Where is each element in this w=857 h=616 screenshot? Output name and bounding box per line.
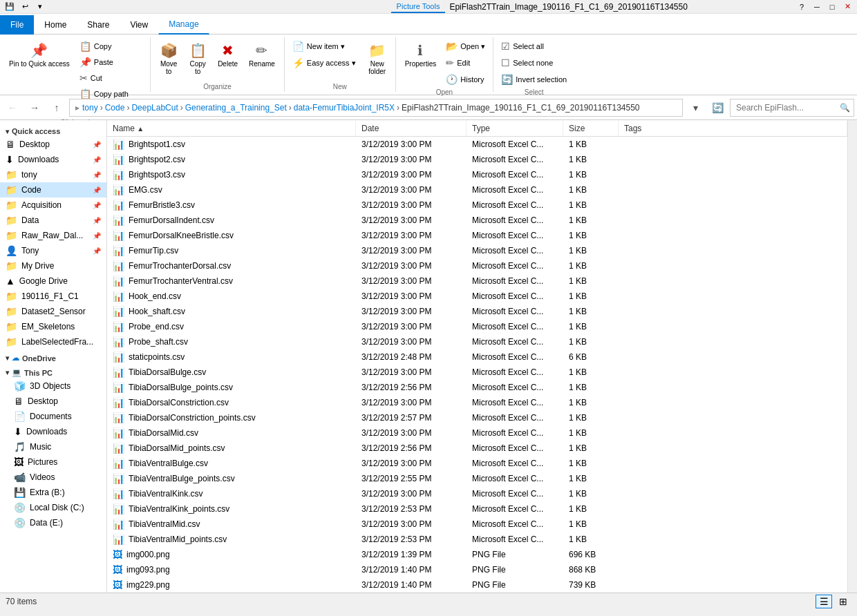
back-btn[interactable]: ← — [3, 98, 22, 117]
open-btn[interactable]: 📂 Open ▾ — [442, 39, 489, 54]
col-header-date[interactable]: Date — [356, 121, 467, 136]
col-header-tags[interactable]: Tags — [619, 121, 847, 136]
tab-share[interactable]: Share — [77, 15, 120, 35]
path-code[interactable]: Code — [105, 103, 125, 113]
search-input[interactable] — [730, 99, 854, 117]
table-row[interactable]: 📊 TibiaVentralKink_points.csv 3/12/2019 … — [107, 501, 847, 517]
sidebar-item-code[interactable]: 📁 Code 📌 — [0, 182, 106, 198]
maximize-btn[interactable]: □ — [825, 1, 839, 13]
sidebar-item-tony2[interactable]: 👤 Tony 📌 — [0, 243, 106, 258]
invert-selection-btn[interactable]: 🔄 Invert selection — [498, 72, 570, 87]
details-view-btn[interactable]: ☰ — [816, 595, 832, 608]
path-generating[interactable]: Generating_a_Training_Set — [185, 103, 287, 113]
qa-save-btn[interactable]: 💾 — [3, 1, 17, 13]
table-row[interactable]: 📊 Brightspot1.csv 3/12/2019 3:00 PM Micr… — [107, 137, 847, 152]
sidebar-item-downloads[interactable]: ⬇ Downloads — [0, 424, 106, 439]
close-btn[interactable]: ✕ — [840, 1, 854, 13]
table-row[interactable]: 🖼 img093.png 3/12/2019 1:40 PM PNG File … — [107, 562, 847, 577]
table-row[interactable]: 📊 TibiaDorsalMid_points.csv 3/12/2019 2:… — [107, 441, 847, 456]
path-tony[interactable]: tony — [82, 103, 98, 113]
sidebar-item-dataset2[interactable]: 📁 Dataset2_Sensor — [0, 304, 106, 319]
path-data[interactable]: data-FemurTibiaJoint_IR5X — [294, 103, 395, 113]
table-row[interactable]: 📊 TibiaDorsalBulge.csv 3/12/2019 3:00 PM… — [107, 365, 847, 380]
table-row[interactable]: 📊 TibiaVentralKink.csv 3/12/2019 3:00 PM… — [107, 486, 847, 501]
sidebar-item-acquisition[interactable]: 📁 Acquisition 📌 — [0, 198, 106, 213]
help-btn[interactable]: ? — [795, 1, 809, 13]
edit-btn[interactable]: ✏ Edit — [442, 55, 489, 70]
table-row[interactable]: 📊 EMG.csv 3/12/2019 3:00 PM Microsoft Ex… — [107, 182, 847, 198]
table-row[interactable]: 📊 FemurDorsalIndent.csv 3/12/2019 3:00 P… — [107, 213, 847, 228]
table-row[interactable]: 📊 FemurDorsalKneeBristle.csv 3/12/2019 3… — [107, 228, 847, 243]
new-item-btn[interactable]: 📄 New item ▾ — [289, 39, 359, 54]
new-folder-btn[interactable]: 📁 Newfolder — [364, 39, 391, 79]
table-row[interactable]: 📊 FemurTip.csv 3/12/2019 3:00 PM Microso… — [107, 243, 847, 258]
table-row[interactable]: 📊 Hook_end.csv 3/12/2019 3:00 PM Microso… — [107, 289, 847, 304]
table-row[interactable]: 📊 Probe_shaft.csv 3/12/2019 3:00 PM Micr… — [107, 334, 847, 349]
table-row[interactable]: 📊 TibiaVentralMid_points.csv 3/12/2019 2… — [107, 532, 847, 547]
table-row[interactable]: 📊 Hook_shaft.csv 3/12/2019 3:00 PM Micro… — [107, 304, 847, 319]
path-deeplabcut[interactable]: DeepLabCut — [131, 103, 178, 113]
minimize-btn[interactable]: ─ — [810, 1, 824, 13]
table-row[interactable]: 📊 FemurBristle3.csv 3/12/2019 3:00 PM Mi… — [107, 198, 847, 213]
rename-btn[interactable]: ✏ Rename — [244, 39, 280, 71]
table-row[interactable]: 📊 TibiaDorsalMid.csv 3/12/2019 3:00 PM M… — [107, 425, 847, 441]
sidebar-item-localc[interactable]: 💿 Local Disk (C:) — [0, 500, 106, 515]
thispc-header[interactable]: ▾ 💻 This PC — [0, 364, 106, 378]
delete-btn[interactable]: ✖ Delete — [213, 39, 243, 71]
sidebar-item-190116[interactable]: 📁 190116_F1_C1 — [0, 289, 106, 304]
sidebar-item-documents[interactable]: 📄 Documents — [0, 409, 106, 424]
tab-manage[interactable]: Manage — [158, 15, 209, 35]
sidebar-item-googledrive[interactable]: ▲ Google Drive — [0, 273, 106, 289]
table-row[interactable]: 📊 Probe_end.csv 3/12/2019 3:00 PM Micros… — [107, 319, 847, 334]
qa-dropdown-btn[interactable]: ▾ — [33, 1, 47, 13]
sidebar-item-labelselected[interactable]: 📁 LabelSelectedFra... — [0, 334, 106, 349]
up-btn[interactable]: ↑ — [47, 98, 66, 117]
sidebar-item-datae[interactable]: 💿 Data (E:) — [0, 515, 106, 530]
sidebar-item-music[interactable]: 🎵 Music — [0, 439, 106, 454]
tab-home[interactable]: Home — [34, 15, 77, 35]
tab-file[interactable]: File — [0, 15, 34, 35]
table-row[interactable]: 📊 TibiaDorsalConstriction.csv 3/12/2019 … — [107, 395, 847, 410]
table-row[interactable]: 🖼 img000.png 3/12/2019 1:39 PM PNG File … — [107, 547, 847, 562]
address-path[interactable]: ▸ tony › Code › DeepLabCut › Generating_… — [69, 99, 683, 117]
sidebar-item-desktop[interactable]: 🖥 Desktop — [0, 394, 106, 409]
table-row[interactable]: 📊 FemurTrochanterDorsal.csv 3/12/2019 3:… — [107, 258, 847, 273]
qa-undo-btn[interactable]: ↩ — [18, 1, 32, 13]
select-none-btn[interactable]: ☐ Select none — [498, 55, 570, 70]
scrollbar[interactable] — [847, 120, 857, 593]
sidebar-item-pictures[interactable]: 🖼 Pictures — [0, 454, 106, 470]
copy-to-btn[interactable]: 📋 Copyto — [184, 39, 211, 79]
path-dropdown-btn[interactable]: ▾ — [686, 98, 705, 117]
sidebar-item-data[interactable]: 📁 Data 📌 — [0, 213, 106, 228]
table-row[interactable]: 📊 FemurTrochanterVentral.csv 3/12/2019 3… — [107, 273, 847, 289]
table-row[interactable]: 📊 TibiaVentralMid.csv 3/12/2019 3:00 PM … — [107, 517, 847, 532]
select-all-btn[interactable]: ☑ Select all — [498, 39, 570, 54]
sidebar-item-downloads-quick[interactable]: ⬇ Downloads 📌 — [0, 152, 106, 167]
onedrive-header[interactable]: ▾ ☁ OneDrive — [0, 349, 106, 364]
forward-btn[interactable]: → — [25, 98, 44, 117]
refresh-btn[interactable]: 🔄 — [708, 98, 727, 117]
quick-access-header[interactable]: ▾ Quick access — [0, 123, 106, 137]
large-icons-btn[interactable]: ⊞ — [835, 595, 851, 608]
paste-btn[interactable]: 📌 Paste — [76, 55, 146, 70]
col-header-size[interactable]: Size — [563, 121, 619, 136]
col-header-type[interactable]: Type — [467, 121, 563, 136]
pin-to-quick-access-btn[interactable]: 📌 Pin to Quick access — [4, 39, 75, 71]
copy-btn[interactable]: 📋 Copy — [76, 39, 146, 54]
cut-btn[interactable]: ✂ Cut — [76, 70, 146, 86]
table-row[interactable]: 📊 Brightspot2.csv 3/12/2019 3:00 PM Micr… — [107, 152, 847, 167]
move-to-btn[interactable]: 📦 Moveto — [155, 39, 182, 79]
sidebar-item-extrab[interactable]: 💾 Extra (B:) — [0, 485, 106, 500]
table-row[interactable]: 📊 Brightspot3.csv 3/12/2019 3:00 PM Micr… — [107, 167, 847, 182]
table-row[interactable]: 📊 TibiaDorsalConstriction_points.csv 3/1… — [107, 410, 847, 425]
history-btn[interactable]: 🕐 History — [442, 72, 489, 87]
col-header-name[interactable]: Name ▲ — [107, 121, 356, 136]
table-row[interactable]: 📊 TibiaVentralBulge_points.csv 3/12/2019… — [107, 471, 847, 486]
sidebar-item-videos[interactable]: 📹 Videos — [0, 470, 106, 485]
easy-access-btn[interactable]: ⚡ Easy access ▾ — [289, 55, 359, 70]
sidebar-item-raw[interactable]: 📁 Raw_Raw_Dal... 📌 — [0, 228, 106, 243]
sidebar-item-mydrive[interactable]: 📁 My Drive — [0, 258, 106, 273]
properties-btn[interactable]: ℹ Properties — [400, 39, 442, 71]
table-row[interactable]: 📊 TibiaVentralBulge.csv 3/12/2019 3:00 P… — [107, 456, 847, 471]
sidebar-item-desktop-quick[interactable]: 🖥 Desktop 📌 — [0, 137, 106, 152]
